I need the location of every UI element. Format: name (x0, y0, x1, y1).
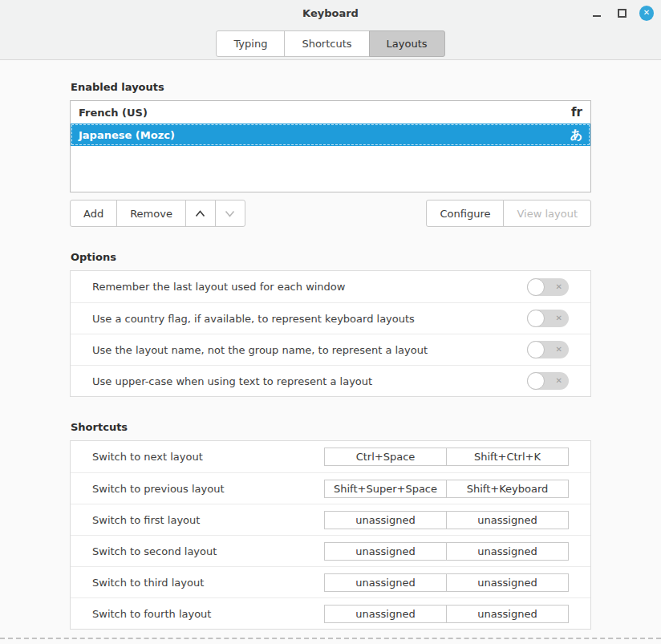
shortcut-label: Switch to first layout (92, 514, 200, 526)
options-heading: Options (70, 227, 591, 270)
shortcut-label: Switch to previous layout (92, 483, 225, 495)
chevron-down-icon (225, 210, 235, 217)
tab-layouts[interactable]: Layouts (369, 30, 445, 57)
shortcut-bindings: Shift+Super+Space Shift+Keyboard (324, 480, 569, 498)
toggle-off-icon: ✕ (556, 346, 562, 354)
shortcut-label: Switch to fourth layout (92, 608, 211, 620)
option-row: Use the layout name, not the group name,… (71, 334, 590, 365)
configure-button[interactable]: Configure (426, 200, 504, 227)
shortcut-binding-2[interactable]: unassigned (446, 605, 569, 623)
shortcuts-box: Switch to next layout Ctrl+Space Shift+C… (70, 440, 591, 630)
shortcut-binding-2[interactable]: unassigned (446, 511, 569, 529)
shortcut-bindings: unassigned unassigned (324, 542, 569, 561)
shortcut-row: Switch to next layout Ctrl+Space Shift+C… (71, 441, 590, 472)
shortcut-label: Switch to next layout (92, 451, 203, 463)
maximize-icon (618, 9, 627, 18)
layout-list-actions: Add Remove Configure View layout (70, 200, 591, 227)
close-button[interactable]: ✕ (639, 6, 654, 20)
layout-name: Japanese (Mozc) (79, 129, 175, 141)
window-title: Keyboard (302, 7, 359, 19)
maximize-button[interactable] (614, 6, 629, 20)
remove-layout-button[interactable]: Remove (116, 200, 186, 227)
shortcut-binding-2[interactable]: Shift+Ctrl+K (446, 448, 569, 466)
window-resize-edge[interactable] (0, 638, 661, 639)
shortcut-binding-2[interactable]: unassigned (446, 573, 569, 592)
edit-layouts-button-group: Add Remove (70, 200, 245, 227)
option-label: Use a country flag, if available, to rep… (92, 313, 415, 325)
option-row: Use upper-case when using text to repres… (71, 365, 590, 396)
shortcut-bindings: unassigned unassigned (324, 605, 569, 623)
toggle-knob (527, 341, 545, 358)
close-icon: ✕ (639, 6, 654, 21)
shortcut-bindings: Ctrl+Space Shift+Ctrl+K (324, 448, 569, 466)
chevron-up-icon (195, 210, 205, 217)
shortcut-binding-1[interactable]: Ctrl+Space (324, 448, 447, 466)
shortcut-bindings: unassigned unassigned (324, 573, 569, 592)
keyboard-settings-window: Keyboard ✕ Typing Shortcuts Layouts Enab… (0, 0, 661, 644)
options-box: Remember the last layout used for each w… (70, 270, 591, 397)
titlebar: Keyboard ✕ (0, 0, 661, 26)
window-controls: ✕ (590, 0, 654, 26)
shortcut-bindings: unassigned unassigned (324, 511, 569, 529)
layout-row-japanese[interactable]: Japanese (Mozc) あ (71, 124, 590, 146)
tab-shortcuts[interactable]: Shortcuts (284, 30, 369, 57)
shortcut-binding-1[interactable]: unassigned (324, 511, 447, 529)
layout-tools-button-group: Configure View layout (426, 200, 591, 227)
shortcut-row: Switch to second layout unassigned unass… (71, 535, 590, 566)
toggle-switch-off[interactable]: ✕ (527, 278, 569, 296)
shortcut-row: Switch to third layout unassigned unassi… (71, 566, 590, 597)
shortcut-binding-1[interactable]: Shift+Super+Space (324, 480, 447, 498)
toggle-knob (527, 372, 545, 390)
add-layout-button[interactable]: Add (70, 200, 117, 227)
layout-indicator-ja: あ (570, 129, 582, 141)
layout-name: French (US) (79, 107, 148, 119)
shortcut-row: Switch to first layout unassigned unassi… (71, 504, 590, 535)
layout-indicator-fr: fr (571, 107, 582, 119)
minimize-icon (593, 15, 601, 17)
shortcut-binding-2[interactable]: Shift+Keyboard (446, 480, 569, 498)
shortcut-row: Switch to fourth layout unassigned unass… (71, 597, 590, 629)
toggle-switch-off[interactable]: ✕ (527, 372, 569, 390)
minimize-button[interactable] (590, 6, 604, 20)
toggle-switch-off[interactable]: ✕ (527, 341, 569, 358)
toggle-off-icon: ✕ (556, 314, 562, 322)
move-layout-down-button[interactable] (215, 200, 245, 227)
shortcut-row: Switch to previous layout Shift+Super+Sp… (71, 472, 590, 504)
option-label: Use the layout name, not the group name,… (92, 344, 428, 356)
layouts-page: Enabled layouts French (US) fr Japanese … (0, 60, 661, 630)
toggle-off-icon: ✕ (556, 377, 562, 385)
toggle-knob (527, 278, 545, 296)
shortcut-binding-1[interactable]: unassigned (324, 605, 447, 623)
shortcuts-heading: Shortcuts (70, 397, 591, 440)
enabled-layouts-list: French (US) fr Japanese (Mozc) あ (70, 100, 591, 192)
option-row: Use a country flag, if available, to rep… (71, 302, 590, 334)
shortcut-label: Switch to second layout (92, 545, 217, 557)
view-layout-button[interactable]: View layout (503, 200, 591, 227)
tab-typing[interactable]: Typing (216, 30, 285, 57)
toggle-off-icon: ✕ (556, 283, 562, 291)
shortcut-label: Switch to third layout (92, 577, 204, 589)
option-label: Remember the last layout used for each w… (92, 281, 345, 293)
option-label: Use upper-case when using text to repres… (92, 375, 372, 387)
enabled-layouts-heading: Enabled layouts (70, 60, 591, 100)
option-row: Remember the last layout used for each w… (71, 271, 590, 302)
shortcut-binding-1[interactable]: unassigned (324, 573, 447, 592)
shortcut-binding-1[interactable]: unassigned (324, 542, 447, 561)
tab-strip: Typing Shortcuts Layouts (0, 26, 661, 60)
shortcut-binding-2[interactable]: unassigned (446, 542, 569, 561)
toggle-knob (527, 310, 545, 327)
toggle-switch-off[interactable]: ✕ (527, 310, 569, 327)
move-layout-up-button[interactable] (185, 200, 216, 227)
layout-row-french[interactable]: French (US) fr (71, 101, 590, 124)
